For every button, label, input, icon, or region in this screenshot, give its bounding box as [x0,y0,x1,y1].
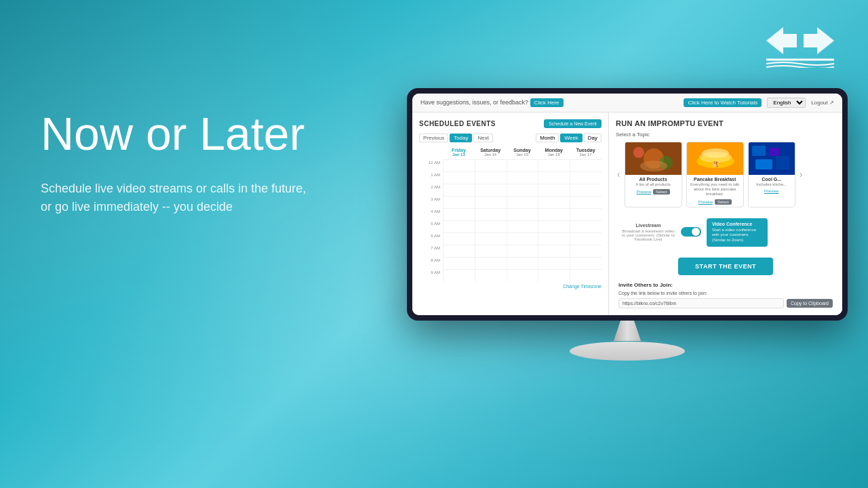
copy-to-clipboard-button[interactable]: Copy to Clipboard [787,299,833,308]
event-panel: RUN AN IMPROMPTU EVENT Select a Topic ‹ [609,113,842,315]
preview-all-products-button[interactable]: Preview [637,189,651,195]
livestream-option: Livestream Broadcast a livestream video … [621,223,675,241]
topic-img-food [625,142,682,175]
today-button[interactable]: Today [450,134,472,142]
time-6am: 6 AM [419,232,443,245]
topic-card-info-pancake: Pancake Breakfast Everything you need to… [687,175,743,207]
day-sunday: Sunday Jan 15 [507,146,538,158]
next-button[interactable]: Next [473,134,492,142]
topic-actions-all-products: Preview Select [628,189,679,195]
video-conference-option: Video Conference Start a video conferenc… [707,218,768,247]
watch-tutorials-button[interactable]: Click Here to Watch Tutorials [684,98,762,107]
language-select[interactable]: English [767,98,806,108]
left-section: Now or Later Schedule live video streams… [41,108,353,216]
time-4am: 4 AM [419,208,443,220]
day-tuesday: Tuesday Jan 17 [570,146,601,158]
logo [760,14,841,74]
select-all-products-button[interactable]: Select [653,189,670,195]
view-buttons: Month Week Day [536,134,601,142]
scheduled-events-title: SCHEDULED EVENTS [419,120,496,127]
screen-inner: Have suggestions, issues, or feedback? C… [412,94,842,315]
topic-img-tech [749,142,795,175]
time-3am: 3 AM [419,196,443,208]
topic-card-cool[interactable]: Cool G... Includes kitche... Preview [748,142,795,207]
topic-actions-pancake: Preview Select [690,199,741,205]
stream-toggle[interactable] [681,227,701,238]
topic-name-cool: Cool G... [751,177,792,182]
topic-actions-cool: Preview [751,189,792,193]
preview-cool-button[interactable]: Preview [764,189,778,193]
svg-point-5 [633,147,644,158]
carousel-left-arrow[interactable]: ‹ [616,169,622,180]
invite-section: Invite Others to Join: Copy the link bel… [616,282,835,308]
monitor: Have suggestions, issues, or feedback? C… [407,88,848,361]
invite-title: Invite Others to Join: [618,282,833,288]
feedback-text: Have suggestions, issues, or feedback? [420,99,528,106]
calendar-nav: Previous Today Next Month Week Day [419,134,601,142]
topics-carousel: ‹ [616,142,835,207]
invite-desc: Copy the link below to invite others to … [618,291,833,296]
topic-img-breakfast: 🥞 [687,142,743,175]
calendar-grid: 12 AM 1 AM 2 AM 3 AM 4 AM 5 AM 6 AM [419,159,601,281]
time-5am: 5 AM [419,220,443,232]
schedule-new-event-button[interactable]: Schedule a New Event [544,119,601,128]
previous-button[interactable]: Previous [419,134,448,142]
subtitle: Schedule live video streams or calls in … [41,180,353,216]
invite-link-input[interactable] [618,298,784,308]
change-timezone-link[interactable]: Change Timezone [419,284,601,289]
livestream-desc: Broadcast a livestream video to your cus… [621,229,675,241]
time-1am: 1 AM [419,171,443,184]
svg-text:🥞: 🥞 [712,161,719,167]
monitor-neck [600,321,654,341]
click-here-button[interactable]: Click Here [530,98,564,107]
time-12am: 12 AM [419,159,443,171]
svg-rect-17 [776,156,789,169]
svg-marker-1 [804,27,834,54]
carousel-right-arrow[interactable]: › [798,169,804,180]
topic-card-all-products[interactable]: All Products A list of all products Prev… [625,142,682,207]
topic-card-pancake[interactable]: 🥞 Pancake Breakfast Everything you need … [686,142,744,207]
day-monday: Monday Jan 16 [538,146,570,158]
event-panel-title: RUN AN IMPROMPTU EVENT [616,119,835,127]
topic-card-info-all-products: All Products A list of all products Prev… [625,175,682,197]
month-view-button[interactable]: Month [536,134,559,142]
svg-rect-15 [769,148,779,156]
logout-button[interactable]: Logout ↗ [811,100,834,106]
nav-buttons: Previous Today Next [419,134,493,142]
video-conf-desc: Start a video conference with your custo… [712,228,762,243]
svg-rect-16 [755,159,772,169]
app-bar: Have suggestions, issues, or feedback? C… [412,94,842,113]
topic-name-all-products: All Products [628,177,679,182]
day-friday: Friday Jan 13 [443,146,475,158]
day-saturday: Saturday Jan 14 [475,146,507,158]
topic-desc-all-products: A list of all products [628,182,679,187]
svg-point-7 [640,161,667,171]
main-title: Now or Later [41,108,353,159]
monitor-screen: Have suggestions, issues, or feedback? C… [407,88,848,321]
day-view-button[interactable]: Day [584,134,601,142]
select-pancake-button[interactable]: Select [715,199,732,205]
main-content: SCHEDULED EVENTS Schedule a New Event Pr… [412,113,842,315]
app-bar-right: Click Here to Watch Tutorials English Lo… [684,98,834,108]
days-header: Friday Jan 13 Saturday Jan 14 Sunday Jan… [419,146,601,158]
start-event-button[interactable]: START THE EVENT [678,258,773,275]
svg-marker-0 [766,27,797,54]
time-2am: 2 AM [419,184,443,196]
feedback-section: Have suggestions, issues, or feedback? C… [420,98,564,107]
preview-pancake-button[interactable]: Preview [698,199,713,205]
topic-desc-cool: Includes kitche... [751,182,792,187]
monitor-base [566,341,688,361]
calendar-header: SCHEDULED EVENTS Schedule a New Event [419,119,601,128]
time-8am: 8 AM [419,257,443,269]
svg-marker-18 [614,321,641,341]
toggle-section: Livestream Broadcast a livestream video … [616,214,835,251]
svg-point-19 [570,342,685,361]
calendar-panel: SCHEDULED EVENTS Schedule a New Event Pr… [412,113,609,315]
time-9am: 9 AM [419,269,443,281]
toggle-thumb [692,228,700,236]
week-view-button[interactable]: Week [560,134,582,142]
topic-name-pancake: Pancake Breakfast [690,177,741,182]
livestream-label: Livestream [621,223,675,228]
invite-link-row: Copy to Clipboard [618,298,833,308]
svg-rect-14 [752,146,766,156]
